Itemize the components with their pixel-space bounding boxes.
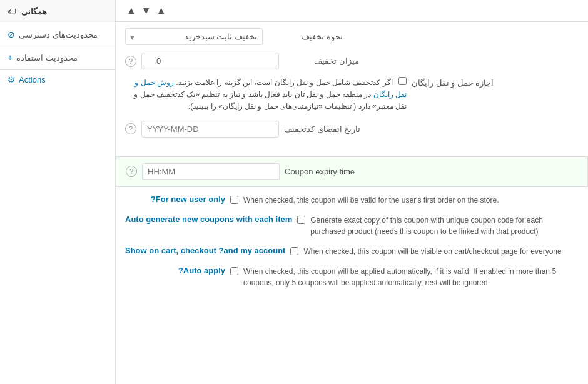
expiry-time-help-icon[interactable]: ? <box>126 166 137 177</box>
discount-amount-row: میزان تخفیف ? <box>125 53 579 69</box>
expiry-date-row: تاریخ انقضای کدتخفیف ? <box>125 121 579 138</box>
sidebar-item-restrictions[interactable]: محدودیت‌های دسترسی ⊘ <box>0 23 115 46</box>
sidebar-item-usage-label: محدودیت استفاده <box>16 53 78 63</box>
sidebar: همگانی 🏷 محدودیت‌های دسترسی ⊘ محدودیت اس… <box>0 0 116 384</box>
expiry-date-help-icon[interactable]: ? <box>125 123 136 134</box>
discount-amount-label: میزان تخفیف <box>284 56 359 66</box>
auto-apply-checkbox[interactable] <box>230 267 238 275</box>
nav-down-button[interactable]: ▼ <box>140 5 153 16</box>
show-on-cart-label: Show on cart, checkout ?and my account <box>125 246 285 255</box>
free-shipping-text-before: اگر کدتخفیف شامل حمل و نقل رایگان است، ا… <box>174 78 393 87</box>
green-section: Coupon expiry time ? <box>116 156 588 187</box>
auto-generate-row: Auto generate new coupons with each item… <box>116 215 588 237</box>
sidebar-item-usage[interactable]: محدودیت استفاده + <box>0 46 115 69</box>
auto-generate-checkbox[interactable] <box>297 216 305 224</box>
show-on-cart-text: When checked, this coupon will be visibl… <box>303 246 579 257</box>
auto-apply-row: ?Auto apply When checked, this coupon wi… <box>116 266 588 288</box>
discount-amount-input[interactable] <box>141 53 279 69</box>
auto-apply-label: ?Auto apply <box>125 266 225 275</box>
usage-icon: + <box>8 53 13 63</box>
show-on-cart-row: Show on cart, checkout ?and my account W… <box>116 246 588 257</box>
expiry-date-label: تاریخ انقضای کدتخفیف <box>284 124 360 134</box>
expiry-date-input[interactable] <box>141 121 279 138</box>
free-shipping-text-after: در منطقه حمل و نقل تان باید فعال باشد و … <box>134 90 407 111</box>
free-shipping-label: اجازه حمل و نقل رایگان <box>412 77 494 88</box>
discount-amount-help-icon[interactable]: ? <box>125 56 136 67</box>
discount-type-row: نحوه تخفیف تخفیف ثابت سبدخرید <box>125 28 579 45</box>
sidebar-header-label: همگانی <box>21 7 47 16</box>
nav-arrows: ▲ ▼ ▲ <box>125 5 168 16</box>
expiry-time-row: Coupon expiry time ? <box>126 163 578 180</box>
show-on-cart-checkbox[interactable] <box>290 247 298 255</box>
form-section: نحوه تخفیف تخفیف ثابت سبدخرید میزان تخفی… <box>116 22 588 151</box>
for-new-user-checkbox[interactable] <box>230 196 238 204</box>
discount-type-select[interactable]: تخفیف ثابت سبدخرید <box>125 28 263 45</box>
sidebar-item-restrictions-label: محدودیت‌های دسترسی <box>19 30 98 39</box>
actions-icon: ⚙ <box>8 75 15 84</box>
sidebar-header: همگانی 🏷 <box>0 0 115 23</box>
discount-type-select-wrapper: تخفیف ثابت سبدخرید <box>125 28 263 45</box>
discount-type-label: نحوه تخفیف <box>268 32 343 41</box>
free-shipping-checkbox[interactable] <box>398 77 407 85</box>
main-content: ▲ ▼ ▲ نحوه تخفیف تخفیف ثابت سبدخرید میزا… <box>116 0 588 384</box>
expiry-time-label: Coupon expiry time <box>285 167 360 176</box>
for-new-user-label: ?For new user only <box>125 195 225 204</box>
expiry-time-input[interactable] <box>142 163 280 180</box>
for-new-user-row: ?For new user only When checked, this co… <box>116 195 588 206</box>
auto-apply-text: When checked, this coupon will be applie… <box>243 266 579 288</box>
page-header: ▲ ▼ ▲ <box>116 0 588 22</box>
free-shipping-row: اجازه حمل و نقل رایگان اگر کدتخفیف شامل … <box>125 77 579 113</box>
for-new-user-text: When checked, this coupon will be valid … <box>243 195 579 206</box>
free-shipping-text: اگر کدتخفیف شامل حمل و نقل رایگان است، ا… <box>125 77 407 113</box>
sidebar-item-actions[interactable]: Actions ⚙ <box>0 70 115 89</box>
sidebar-header-icon: 🏷 <box>8 6 16 16</box>
restrictions-icon: ⊘ <box>8 29 15 39</box>
auto-generate-text: Generate exact copy of this coupon with … <box>310 215 579 237</box>
auto-generate-label: Auto generate new coupons with each item <box>125 215 292 224</box>
actions-label: Actions <box>19 75 46 84</box>
nav-up-button[interactable]: ▲ <box>125 5 138 16</box>
nav-up2-button[interactable]: ▲ <box>155 5 168 16</box>
